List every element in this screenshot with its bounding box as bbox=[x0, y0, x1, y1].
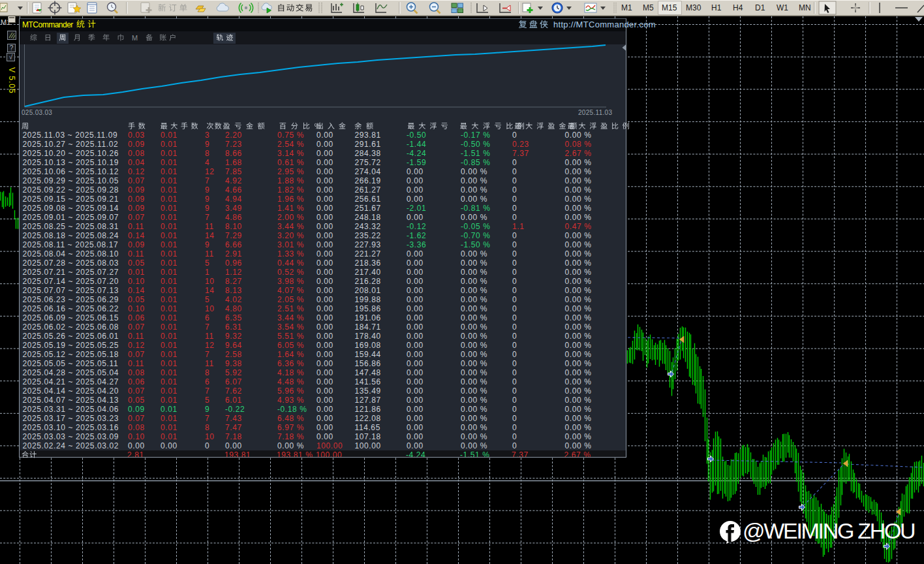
svg-text:H4: H4 bbox=[733, 3, 743, 12]
svg-text:M5: M5 bbox=[643, 3, 654, 12]
svg-text:M1: M1 bbox=[621, 3, 632, 12]
svg-text:W1: W1 bbox=[777, 3, 788, 12]
svg-text:M15: M15 bbox=[662, 3, 677, 12]
svg-text:MN: MN bbox=[799, 3, 811, 12]
svg-text:H1: H1 bbox=[711, 3, 722, 12]
svg-text:D1: D1 bbox=[755, 3, 765, 12]
svg-text:M30: M30 bbox=[686, 3, 701, 12]
